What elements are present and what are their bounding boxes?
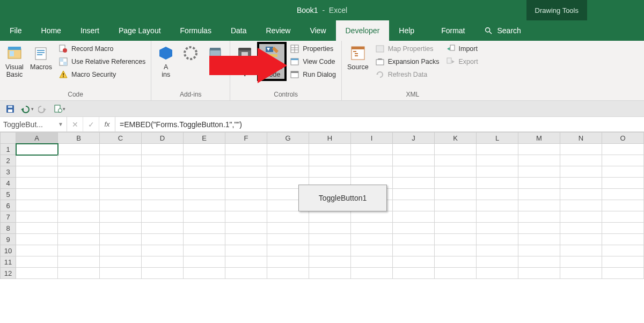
tab-file[interactable]: File [0,20,32,41]
column-header[interactable]: N [560,132,602,144]
undo-button[interactable]: ▾ [19,105,34,113]
cell[interactable] [560,211,602,223]
cell[interactable] [602,234,644,245]
cell[interactable] [184,189,225,200]
row-header[interactable]: 12 [0,268,16,279]
cell[interactable] [225,211,267,223]
row-header[interactable]: 9 [0,234,16,245]
column-header[interactable]: F [225,132,267,144]
cell[interactable] [225,245,267,256]
cell[interactable] [267,166,309,178]
name-box[interactable]: ToggleBut... ▼ [0,117,67,131]
cell[interactable] [435,234,477,245]
cell[interactable] [100,155,142,166]
column-header[interactable]: E [184,132,225,144]
tab-developer[interactable]: Developer [336,20,390,41]
cell[interactable] [100,245,142,256]
row-header[interactable]: 7 [0,211,16,223]
cell[interactable] [393,155,435,166]
cell[interactable] [351,256,393,268]
cell[interactable] [225,256,267,268]
column-header[interactable]: G [267,132,309,144]
cell[interactable] [184,245,225,256]
tab-home[interactable]: Home [32,20,71,41]
cell[interactable] [142,166,184,178]
cell[interactable] [100,178,142,189]
cell[interactable] [435,144,477,155]
cell[interactable] [309,245,351,256]
cell[interactable] [225,178,267,189]
cell[interactable] [351,144,393,155]
cell[interactable] [16,256,58,268]
cell[interactable] [58,166,100,178]
cell[interactable] [142,223,184,234]
cell[interactable] [393,234,435,245]
cell[interactable] [225,223,267,234]
tab-help[interactable]: Help [389,20,424,41]
cell[interactable] [267,144,309,155]
cells-area[interactable] [16,144,644,279]
cell[interactable] [602,211,644,223]
properties-button[interactable]: Properties [288,43,338,55]
cell[interactable] [225,155,267,166]
cell[interactable] [16,268,58,279]
cell[interactable] [393,178,435,189]
cell[interactable] [58,189,100,200]
cell[interactable] [142,268,184,279]
cell[interactable] [142,144,184,155]
cell[interactable] [309,144,351,155]
map-properties-button[interactable]: Map Properties [373,43,442,55]
row-header[interactable]: 6 [0,200,16,211]
cell[interactable] [602,268,644,279]
cell[interactable] [142,245,184,256]
cell[interactable] [435,211,477,223]
cell[interactable] [518,223,560,234]
cell[interactable] [602,256,644,268]
row-header[interactable]: 3 [0,166,16,178]
cell[interactable] [351,211,393,223]
cell[interactable] [184,166,225,178]
cell[interactable] [309,256,351,268]
cell[interactable] [351,155,393,166]
cell[interactable] [393,245,435,256]
column-header[interactable]: A [16,132,58,144]
cell[interactable] [267,211,309,223]
cell[interactable] [560,268,602,279]
cell[interactable] [142,256,184,268]
cell[interactable] [142,155,184,166]
cell[interactable] [560,245,602,256]
row-header[interactable]: 10 [0,245,16,256]
cell[interactable] [142,178,184,189]
cell[interactable] [393,144,435,155]
column-header[interactable]: I [351,132,393,144]
row-header[interactable]: 1 [0,144,16,155]
cell[interactable] [435,166,477,178]
macro-security-button[interactable]: Macro Security [56,69,148,80]
column-header[interactable]: H [309,132,351,144]
row-header[interactable]: 4 [0,178,16,189]
cell[interactable] [477,144,518,155]
addins-button[interactable]: A​ins [155,43,177,80]
cell[interactable] [309,234,351,245]
touch-mode-button[interactable]: ▾ [53,104,65,114]
cell[interactable] [16,166,58,178]
cell[interactable] [477,211,518,223]
cell[interactable] [518,144,560,155]
cancel-formula-button[interactable]: ✕ [67,117,83,131]
cell[interactable] [58,245,100,256]
cell[interactable] [560,178,602,189]
cell[interactable] [560,189,602,200]
cell[interactable] [477,189,518,200]
column-header[interactable]: O [602,132,644,144]
cell[interactable] [100,234,142,245]
cell[interactable] [518,166,560,178]
column-header[interactable]: B [58,132,100,144]
cell[interactable] [184,178,225,189]
cell[interactable] [58,223,100,234]
cell[interactable] [58,234,100,245]
design-mode-button[interactable]: Design Mode [258,43,286,80]
cell[interactable] [602,245,644,256]
cell[interactable] [184,268,225,279]
excel-addins-button[interactable]: x [179,43,202,72]
tab-review[interactable]: Review [257,20,301,41]
